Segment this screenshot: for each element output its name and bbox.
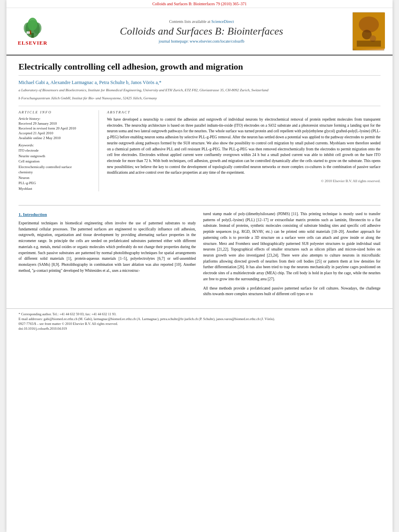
email-values: gabi@biomed.ee.ethz.ch (M. Gabi), larmag…	[43, 317, 275, 321]
introduction-title: 1. Introduction	[19, 211, 196, 218]
doi-line: doi:10.1016/j.colsurfb.2010.04.019	[19, 327, 380, 331]
intro-paragraph-right-1: tured stamp made of poly-(dimethylsiloxa…	[203, 211, 380, 282]
keywords-label: Keywords:	[19, 143, 93, 147]
article-title: Electrically controlling cell adhesion, …	[19, 62, 380, 76]
article-history-label: Article history:	[19, 117, 93, 121]
journal-title: Colloids and Surfaces B: Biointerfaces	[55, 25, 348, 37]
journal-homepage-line: journal homepage: www.elsevier.com/locat…	[55, 39, 348, 43]
article-info-column: ARTICLE INFO Article history: Received 2…	[19, 110, 99, 191]
keyword-2: Neurite outgrowth	[19, 154, 93, 159]
abstract-title: ABSTRACT	[107, 110, 380, 114]
affiliation-b: b Forschungszentrum Jülich GmbH, Institu…	[19, 96, 380, 100]
body-right-column: tured stamp made of poly-(dimethylsiloxa…	[203, 211, 380, 300]
article-authors: Michael Gabi a, Alexandre Larmagnac a, P…	[19, 80, 380, 86]
keyword-6: PLL-g-PEG	[19, 181, 93, 186]
received-date: Received 29 January 2010	[19, 121, 93, 125]
sciencedirect-link[interactable]: ScienceDirect	[211, 19, 234, 24]
email-label: E-mail addresses:	[19, 317, 43, 321]
svg-point-10	[359, 16, 379, 33]
email-addresses: E-mail addresses: gabi@biomed.ee.ethz.ch…	[19, 317, 380, 321]
issn-line: 0927-7765/$ – see front matter © 2010 El…	[19, 322, 380, 326]
contents-text: Contents lists available at	[169, 19, 210, 24]
journal-citation-text: Colloids and Surfaces B: Biointerfaces 7…	[152, 2, 247, 6]
keyword-7: Myoblast	[19, 186, 93, 192]
keywords-list: ITO electrode Neurite outgrowth Cell mig…	[19, 148, 93, 191]
contents-available-line: Contents lists available at ScienceDirec…	[55, 19, 348, 24]
journal-citation-bar: Colloids and Surfaces B: Biointerfaces 7…	[6, 0, 393, 8]
elsevier-logo: ELSEVIER	[14, 12, 51, 51]
keyword-4b: chemistry	[19, 170, 93, 175]
corresponding-author: * Corresponding author. Tel.: +41 44 632…	[19, 312, 380, 316]
article-dates: Received 29 January 2010 Received in rev…	[19, 121, 93, 140]
online-date: Available online 2 May 2010	[19, 136, 93, 140]
affiliation-a: a Laboratory of Biosensors and Bioelectr…	[19, 88, 380, 92]
keyword-4: Electrochemically controlled surface	[19, 164, 93, 170]
page: Colloids and Surfaces B: Biointerfaces 7…	[6, 0, 393, 532]
elsevier-tree-icon	[21, 17, 45, 39]
svg-point-4	[28, 18, 37, 31]
revised-date: Received in revised form 20 April 2010	[19, 126, 93, 130]
keyword-3: Cell migration	[19, 159, 93, 164]
copyright-notice: © 2010 Elsevier B.V. All rights reserved…	[107, 179, 380, 183]
abstract-column: ABSTRACT We have developed a neurochip t…	[107, 110, 380, 191]
homepage-label: journal homepage:	[158, 39, 189, 43]
journal-cover-image	[352, 12, 385, 51]
elsevier-text: ELSEVIER	[18, 40, 47, 46]
info-abstract-block: ARTICLE INFO Article history: Received 2…	[19, 106, 380, 191]
intro-paragraph-1: Experimental techniques in biomedical en…	[19, 220, 196, 273]
homepage-url[interactable]: www.elsevier.com/locate/colsurfb	[190, 39, 245, 43]
section-divider	[19, 205, 380, 205]
footnotes-section: * Corresponding author. Tel.: +41 44 632…	[6, 308, 393, 331]
journal-header: ELSEVIER Contents lists available at Sci…	[6, 8, 393, 55]
accepted-date: Accepted 21 April 2010	[19, 131, 93, 135]
intro-paragraph-right-2: All these methods provide a prefabricate…	[203, 286, 380, 297]
journal-title-block: Contents lists available at ScienceDirec…	[55, 12, 348, 51]
abstract-text: We have developed a neurochip to control…	[107, 117, 380, 176]
svg-rect-13	[357, 41, 381, 47]
body-columns: 1. Introduction Experimental techniques …	[6, 211, 393, 308]
keywords-section: Keywords: ITO electrode Neurite outgrowt…	[19, 143, 93, 191]
article-header-block: Electrically controlling cell adhesion, …	[6, 55, 393, 199]
body-left-column: 1. Introduction Experimental techniques …	[19, 211, 196, 300]
keyword-1: ITO electrode	[19, 148, 93, 154]
article-info-title: ARTICLE INFO	[19, 110, 93, 114]
keyword-5: Neuron	[19, 175, 93, 181]
